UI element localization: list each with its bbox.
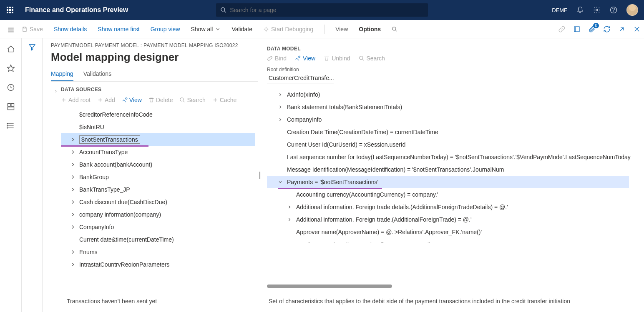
datasource-item[interactable]: $notSentTransactions xyxy=(61,133,255,146)
datamodel-item[interactable]: CompanyInfo xyxy=(267,113,629,126)
datasource-item[interactable]: CompanyInfo xyxy=(61,221,255,233)
datasource-item[interactable]: BankTransType_JP xyxy=(61,183,255,196)
office-icon[interactable] xyxy=(573,25,581,33)
datamodel-item[interactable]: Payments = '$notSentTransactions' xyxy=(267,176,629,188)
help-icon[interactable] xyxy=(610,6,617,14)
horizontal-scrollbar[interactable] xyxy=(267,285,392,288)
group-view-button[interactable]: Group view xyxy=(151,26,180,32)
show-all-dropdown[interactable]: Show all xyxy=(191,26,221,32)
search-input[interactable] xyxy=(230,7,424,13)
datamodel-item[interactable]: Message Identification(MessageIdentifica… xyxy=(267,163,629,176)
action-search-icon[interactable] xyxy=(392,26,397,32)
svg-point-28 xyxy=(7,125,8,126)
svg-point-0 xyxy=(221,7,225,11)
datamodel-item[interactable]: Approver name(ApproverName) = @.'>Relati… xyxy=(267,226,629,238)
datasource-item-label: company information(company) xyxy=(79,211,161,218)
bell-icon[interactable] xyxy=(576,6,584,14)
datasource-item[interactable]: company information(company) xyxy=(61,208,255,221)
datasource-item[interactable]: $isNotRU xyxy=(61,121,255,133)
chevron-right-icon xyxy=(70,137,76,142)
chevron-right-icon xyxy=(287,217,292,222)
chevron-right-icon xyxy=(70,162,76,167)
close-button[interactable] xyxy=(633,25,641,33)
filter-column xyxy=(22,38,43,312)
global-search[interactable] xyxy=(216,3,428,17)
datasource-item-label: IntrastatCountryRegionParameters xyxy=(79,261,169,267)
filter-icon[interactable] xyxy=(28,43,36,51)
datamodel-item[interactable]: Creation Date Time(CreationDateTime) = c… xyxy=(267,126,629,138)
datasource-item[interactable]: Current date&time(currentDateTime) xyxy=(61,233,255,246)
datasource-item[interactable]: IntrastatCountryRegionParameters xyxy=(61,258,255,267)
chevron-down-icon xyxy=(215,26,221,32)
datamodel-item[interactable]: Credit amount(CreditAmount) = @.AmountCu… xyxy=(267,238,629,242)
root-definition-value[interactable]: CustomerCreditTransfe... xyxy=(267,73,334,83)
tab-validations[interactable]: Validations xyxy=(83,70,111,81)
datasource-item-label: $creditorReferenceInfoCode xyxy=(79,111,153,118)
datamodel-item-label: Additional information. Foreign trade de… xyxy=(296,204,508,210)
svg-marker-30 xyxy=(29,45,35,50)
datasource-item-label: Enums xyxy=(79,249,98,255)
datasource-item-label: BankGroup xyxy=(79,174,109,180)
home-icon[interactable] xyxy=(7,45,15,53)
datasource-item-label: Current date&time(currentDateTime) xyxy=(79,236,174,243)
chevron-right-icon xyxy=(70,187,76,192)
view-button[interactable]: View xyxy=(335,26,348,32)
ds-view-button[interactable]: View xyxy=(122,97,142,103)
chevron-right-icon xyxy=(278,92,283,97)
chevron-right-icon xyxy=(278,105,283,110)
gear-icon[interactable] xyxy=(593,6,601,14)
datamodel-item-label: Last sequence number for today(LastSeque… xyxy=(287,154,631,160)
datamodel-item-label: Creation Date Time(CreationDateTime) = c… xyxy=(287,129,438,135)
dm-view-button[interactable]: View xyxy=(295,55,315,62)
svg-marker-19 xyxy=(7,65,14,72)
app-launcher-icon[interactable] xyxy=(3,3,17,17)
pane-splitter[interactable] xyxy=(258,38,263,312)
workspaces-icon[interactable] xyxy=(7,102,15,111)
datamodel-item-label: Bank statement totals(BankStatementTotal… xyxy=(287,104,402,110)
top-nav-bar: Finance and Operations Preview DEMF xyxy=(0,0,644,20)
chevron-right-icon xyxy=(70,224,76,230)
save-button: Save xyxy=(22,26,43,32)
company-code[interactable]: DEMF xyxy=(552,7,567,13)
show-details-button[interactable]: Show details xyxy=(54,26,87,32)
bind-button: Bind xyxy=(267,55,287,62)
datasources-collapse[interactable] xyxy=(51,87,61,298)
datamodel-item[interactable]: Current User Id(CurUserId) = xSession.us… xyxy=(267,138,629,151)
add-button: Add xyxy=(97,97,115,103)
svg-point-14 xyxy=(392,27,396,30)
tab-mapping[interactable]: Mapping xyxy=(51,70,73,81)
datasource-item[interactable]: BankGroup xyxy=(61,171,255,183)
chevron-right-icon xyxy=(287,205,292,210)
chevron-right-icon xyxy=(70,149,76,155)
favorites-icon[interactable] xyxy=(7,64,15,72)
root-definition-label: Root definition xyxy=(267,67,636,72)
datasource-item[interactable]: $creditorReferenceInfoCode xyxy=(61,108,255,121)
datamodel-item[interactable]: Accounting currency(AccountingCurrency) … xyxy=(267,188,629,201)
add-root-button: Add root xyxy=(61,97,91,103)
datamodel-item-label: Current User Id(CurUserId) = xSession.us… xyxy=(287,141,405,148)
validate-button[interactable]: Validate xyxy=(231,26,252,32)
datamodel-tree[interactable]: AxInfo(xInfo)Bank statement totals(BankS… xyxy=(267,88,636,242)
cache-button: Cache xyxy=(212,97,236,103)
show-name-first-button[interactable]: Show name first xyxy=(98,26,139,32)
datasources-tree[interactable]: $creditorReferenceInfoCode$isNotRU$notSe… xyxy=(61,108,258,267)
datamodel-item[interactable]: Additional information. Foreign trade.(A… xyxy=(267,213,629,226)
datamodel-item[interactable]: Bank statement totals(BankStatementTotal… xyxy=(267,101,629,113)
datamodel-item[interactable]: Additional information. Foreign trade de… xyxy=(267,201,629,213)
datamodel-item[interactable]: AxInfo(xInfo) xyxy=(267,88,629,101)
popout-icon[interactable] xyxy=(618,25,626,33)
chevron-right-icon xyxy=(70,199,76,205)
options-button[interactable]: Options xyxy=(359,26,381,32)
refresh-icon[interactable] xyxy=(603,25,611,33)
modules-icon[interactable] xyxy=(7,122,15,130)
datasource-item-label: $notSentTransactions xyxy=(79,135,140,144)
datasource-item[interactable]: AccountTransType xyxy=(61,146,255,158)
datamodel-item[interactable]: Last sequence number for today(LastSeque… xyxy=(267,151,629,163)
user-avatar[interactable] xyxy=(626,4,638,16)
link-icon[interactable] xyxy=(558,25,566,33)
recent-icon[interactable] xyxy=(7,83,15,92)
attachments-button[interactable] xyxy=(588,25,596,33)
datasource-item[interactable]: Enums xyxy=(61,246,255,258)
datasource-item[interactable]: Bank account(bankAccount) xyxy=(61,158,255,171)
datasource-item[interactable]: Cash discount due(CashDiscDue) xyxy=(61,196,255,208)
